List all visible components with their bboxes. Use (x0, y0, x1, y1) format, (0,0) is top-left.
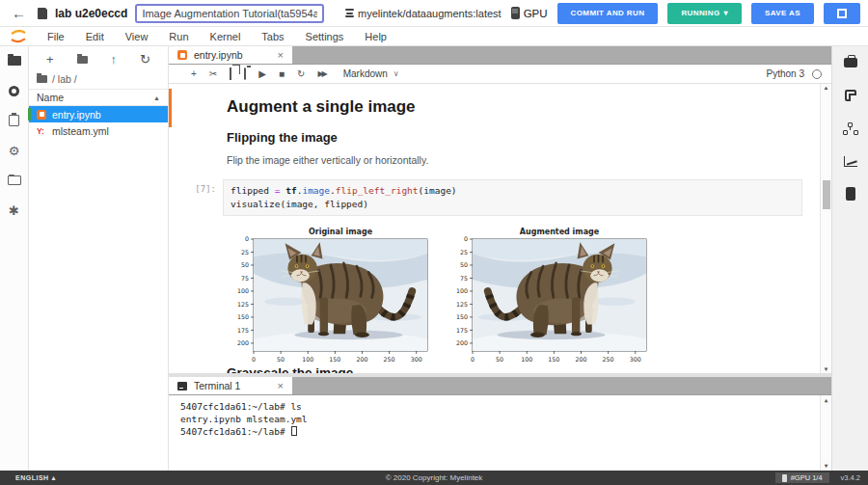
open-tabs-icon[interactable] (7, 174, 22, 187)
commands-icon[interactable]: ⚙ (7, 144, 22, 157)
scroll-down-icon[interactable]: ▼ (821, 462, 831, 470)
language-selector[interactable]: ENGLISH ▴ (15, 474, 56, 482)
refresh-button[interactable]: ↻ (140, 52, 150, 67)
cat-image (243, 239, 432, 359)
version-label: v3.4.2 (841, 473, 860, 482)
menu-tabs[interactable]: Tabs (251, 31, 294, 42)
gpu-count-badge[interactable]: #GPU 1/4 (775, 472, 829, 483)
svg-text:50: 50 (241, 261, 249, 268)
markdown-paragraph[interactable]: Flip the image either vertically or hori… (227, 154, 818, 166)
svg-text:50: 50 (460, 261, 468, 268)
right-activity-bar (831, 46, 868, 471)
svg-text:175: 175 (237, 326, 249, 333)
kernel-name-label[interactable]: Python 3 (767, 68, 804, 79)
file-list: entry.ipynbY:mlsteam.yml (29, 106, 168, 139)
new-launcher-button[interactable]: + (46, 52, 54, 67)
svg-text:250: 250 (603, 356, 614, 363)
gpu-monitor-icon[interactable] (843, 187, 858, 201)
copy-cell-button[interactable] (230, 69, 231, 79)
scroll-up-icon[interactable]: ▲ (821, 85, 831, 91)
extension-manager-icon[interactable]: ✱ (7, 203, 22, 217)
restart-run-all-button[interactable]: ▶▶ (317, 70, 325, 78)
terminal-cursor (291, 426, 297, 436)
metrics-chart-icon[interactable] (843, 154, 858, 168)
file-browser-icon[interactable] (7, 54, 22, 67)
tab-terminal-1[interactable]: Terminal 1 × (169, 377, 292, 394)
copyright-text: © 2020 Copyright: Myelintek (0, 473, 868, 482)
restart-kernel-button[interactable]: ↻ (297, 69, 305, 79)
status-bar: ENGLISH ▴ © 2020 Copyright: Myelintek #G… (0, 471, 868, 485)
notebook-panel: entry.ipynb × + ✂ ▶ ■ ↻ ▶▶ Markdown ∨ (169, 46, 831, 373)
notebook-scrollbar[interactable]: ▲ ▼ (820, 84, 831, 373)
code-cell[interactable]: [7]: flipped = tf.image.flip_left_right(… (180, 179, 818, 216)
tab-entry-ipynb[interactable]: entry.ipynb × (169, 46, 292, 64)
back-arrow-icon[interactable]: ← (8, 5, 30, 21)
breadcrumb[interactable]: / lab / (29, 71, 168, 89)
svg-text:Augmented image: Augmented image (520, 228, 600, 236)
property-inspector-icon[interactable] (7, 114, 22, 127)
svg-text:200: 200 (237, 339, 249, 346)
menu-kernel[interactable]: Kernel (200, 31, 252, 42)
paste-cell-button[interactable] (244, 69, 246, 79)
snapshot-icon[interactable] (843, 89, 858, 102)
close-icon[interactable]: × (278, 380, 284, 391)
add-cell-button[interactable]: + (191, 69, 197, 79)
scroll-up-icon[interactable]: ▲ (821, 396, 831, 404)
svg-text:25: 25 (241, 248, 249, 255)
file-name: entry.ipynb (52, 109, 101, 121)
scroll-down-icon[interactable]: ▼ (821, 366, 831, 372)
toolbox-icon[interactable] (843, 56, 858, 69)
markdown-heading1[interactable]: Augment a single image (227, 97, 818, 117)
terminal-tabbar: Terminal 1 × (169, 377, 831, 395)
sort-ascending-icon: ▲ (153, 94, 160, 101)
svg-text:200: 200 (456, 339, 468, 346)
notebook-toolbar: + ✂ ▶ ■ ↻ ▶▶ Markdown ∨ Python 3 (169, 65, 831, 84)
notebook-content[interactable]: Augment a single image Flipping the imag… (169, 84, 831, 373)
notebook-file-icon (37, 110, 46, 120)
running-kernels-icon[interactable] (7, 84, 22, 97)
file-list-header[interactable]: Name ▲ (29, 89, 168, 106)
lab-title-input[interactable] (135, 4, 324, 23)
new-folder-button[interactable] (77, 52, 88, 67)
menu-view[interactable]: View (115, 31, 159, 42)
cut-cell-button[interactable]: ✂ (209, 69, 217, 79)
run-cell-button[interactable]: ▶ (258, 69, 266, 79)
commit-and-run-button[interactable]: COMMIT AND RUN (557, 3, 659, 24)
save-as-button[interactable]: SAVE AS (751, 3, 814, 24)
figure-augmented-image: Augmented image 050100150200250300025507… (446, 226, 651, 370)
menu-file[interactable]: File (37, 31, 75, 42)
svg-text:300: 300 (411, 356, 422, 363)
terminal-scrollbar[interactable]: ▲ ▼ (820, 395, 831, 471)
file-browser-panel: + ↑ ↻ / lab / Name ▲ entry.ipynbY:mlstea… (29, 46, 169, 471)
workspace-label: lab u2e0eccd (55, 7, 127, 20)
menu-edit[interactable]: Edit (75, 31, 115, 42)
file-row-mlsteam.yml[interactable]: Y:mlsteam.yml (29, 122, 168, 139)
left-activity-bar: ⚙ ✱ (0, 46, 29, 471)
menu-run[interactable]: Run (158, 31, 199, 42)
cell-prompt: [7]: (180, 179, 223, 216)
upload-button[interactable]: ↑ (111, 52, 118, 67)
pipeline-icon[interactable] (843, 121, 858, 135)
notebook-tabbar: entry.ipynb × (169, 46, 831, 65)
menu-settings[interactable]: Settings (295, 31, 355, 42)
menu-help[interactable]: Help (354, 31, 397, 42)
file-row-entry.ipynb[interactable]: entry.ipynb (29, 106, 168, 122)
svg-text:100: 100 (237, 287, 249, 294)
close-icon[interactable]: × (278, 49, 284, 61)
file-name: mlsteam.yml (52, 125, 109, 137)
svg-text:25: 25 (460, 248, 468, 255)
cell-type-dropdown[interactable]: Markdown ∨ (339, 67, 404, 81)
stop-kernel-button[interactable]: ■ (279, 69, 285, 79)
markdown-heading2[interactable]: Flipping the image (227, 130, 818, 145)
svg-text:100: 100 (456, 287, 468, 294)
cell-output-figures: Original image 0501001502002503000255075… (227, 226, 818, 370)
fullscreen-button[interactable] (824, 3, 860, 24)
code-editor[interactable]: flipped = tf.image.flip_left_right(image… (223, 179, 802, 216)
scrollbar-thumb[interactable] (823, 180, 830, 209)
svg-text:0: 0 (471, 356, 475, 363)
figure-original-image: Original image 0501001502002503000255075… (227, 226, 432, 370)
terminal-line: 5407cfc1da61:~/lab# ls (180, 401, 814, 414)
running-dropdown-button[interactable]: RUNNING▾ (667, 3, 742, 24)
terminal-output[interactable]: 5407cfc1da61:~/lab# lsentry.ipynb mlstea… (169, 395, 831, 471)
markdown-heading-grayscale[interactable]: Grayscale the image (227, 365, 353, 373)
